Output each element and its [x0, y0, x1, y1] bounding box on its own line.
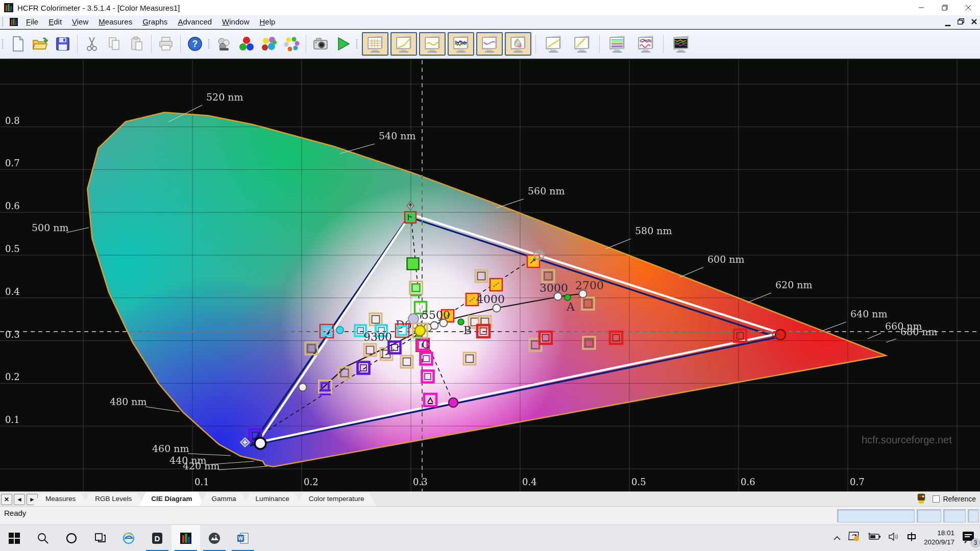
graph-button-measures-grid[interactable]	[362, 32, 388, 56]
tab-gamma[interactable]: Gamma	[200, 493, 249, 506]
graph-button-cie-diagram[interactable]	[505, 32, 531, 56]
taskbar-word-button[interactable]: W	[229, 525, 257, 551]
illuminant-label-3000: 3000	[540, 282, 568, 294]
new-document-button[interactable]	[7, 33, 29, 55]
illuminant-label-2700: 2700	[575, 279, 604, 292]
tray-chevron-icon[interactable]	[833, 534, 841, 542]
gray-sensors-button[interactable]	[213, 33, 235, 55]
tab-luminance[interactable]: Luminance	[243, 493, 302, 506]
graph-button-delta-waves[interactable]	[632, 32, 659, 56]
wavelength-label: 620 nm	[775, 279, 813, 290]
action-center-icon[interactable]: 3	[962, 530, 977, 545]
wavelength-label: 560 nm	[528, 185, 565, 196]
rgb-balls-button[interactable]	[235, 33, 258, 55]
graph-button-luma-line[interactable]	[540, 32, 567, 56]
help-button[interactable]: ?	[184, 33, 206, 55]
graph-tab-bar: ✕◄►MeasuresRGB LevelsCIE DiagramGammaLum…	[0, 491, 980, 506]
volume-icon[interactable]	[888, 532, 899, 543]
watermark: hcfr.sourceforge.net	[862, 434, 952, 445]
menu-grip	[2, 17, 5, 27]
desktop: HCFR Colorimeter - 3.5.1.4 - [Color Meas…	[0, 0, 980, 551]
tab-measures[interactable]: Measures	[33, 493, 88, 506]
reference-checkbox[interactable]	[933, 495, 940, 503]
wavelength-label: 420 nm	[183, 460, 220, 471]
menu-advanced[interactable]: Advanced	[173, 16, 217, 28]
graph-button-gamma-curve[interactable]	[390, 32, 417, 56]
color-balls-button[interactable]	[258, 33, 280, 55]
camera-button[interactable]	[309, 33, 332, 55]
graph-button-color-temp-curve[interactable]	[476, 32, 503, 56]
graph-button-multi-lines[interactable]	[604, 32, 630, 56]
x-axis-tick: 0.4	[522, 477, 537, 487]
x-axis-tick: 0.2	[304, 477, 318, 487]
menu-edit[interactable]: Edit	[43, 16, 67, 28]
status-panel	[968, 509, 979, 522]
sync-center-icon[interactable]	[848, 531, 861, 544]
system-tray: 18:01 2020/9/17 3	[833, 524, 977, 551]
menu-window[interactable]: Window	[217, 16, 254, 28]
y-axis-tick: 0.6	[5, 201, 20, 211]
graph-button-luminance-curve[interactable]	[419, 32, 446, 56]
x-axis-tick: 0.6	[741, 477, 755, 487]
reference-toggle[interactable]: Reference	[933, 495, 976, 503]
minimize-button[interactable]	[910, 0, 933, 15]
open-folder-button[interactable]	[29, 33, 52, 55]
x-axis-tick: 0.1	[194, 477, 209, 487]
mdi-restore-button[interactable]	[958, 18, 964, 26]
tab-close-button[interactable]: ✕	[1, 494, 12, 505]
print-button[interactable]	[155, 33, 177, 55]
menu-measures[interactable]: Measures	[93, 16, 137, 28]
mdi-minimize-button[interactable]: ▁	[945, 18, 950, 26]
tab-cie-diagram[interactable]: CIE Diagram	[139, 492, 204, 506]
y-axis-tick: 0.8	[5, 115, 20, 126]
app-icon	[4, 3, 13, 12]
wavelength-label: 520 nm	[206, 91, 243, 103]
tab-color-temperature[interactable]: Color temperature	[297, 493, 377, 506]
restore-button[interactable]	[933, 0, 957, 15]
graph-button-rgb-levels[interactable]	[448, 32, 474, 56]
tab-prev-button[interactable]: ◄	[14, 494, 25, 505]
taskbar-d-app-button[interactable]: D	[143, 525, 172, 551]
x-axis-tick: 0.5	[631, 477, 646, 487]
y-axis-tick: 0.7	[5, 158, 20, 168]
clock-time: 18:01	[924, 529, 954, 538]
taskbar-task-view-button[interactable]	[86, 525, 114, 551]
run-button[interactable]	[332, 33, 354, 55]
tab-rgb-levels[interactable]: RGB Levels	[83, 493, 144, 506]
close-button[interactable]	[957, 0, 980, 15]
taskbar-start-button[interactable]	[0, 525, 29, 551]
menu-help[interactable]: Help	[254, 16, 280, 28]
menu-graphs[interactable]: Graphs	[137, 16, 173, 28]
illuminant-label-4000: 4000	[476, 293, 505, 306]
cie-chart-canvas[interactable]: D6593005500400030002700ABC520 nm540 nm56…	[0, 59, 980, 492]
menu-file[interactable]: File	[21, 16, 43, 28]
y-axis-tick: 0.5	[5, 243, 20, 254]
battery-icon[interactable]	[868, 533, 881, 543]
taskbar-hcfr-button[interactable]	[172, 525, 200, 551]
graph-button-dark-spectrum[interactable]	[668, 32, 694, 56]
save-button[interactable]	[52, 33, 74, 55]
status-panel	[943, 509, 966, 522]
menu-view[interactable]: View	[67, 16, 93, 28]
graph-button-luma-steps[interactable]	[569, 32, 595, 56]
cut-button[interactable]	[81, 33, 103, 55]
ime-indicator[interactable]	[906, 532, 917, 544]
reference-label: Reference	[943, 495, 976, 503]
mdi-close-button[interactable]	[971, 18, 977, 26]
cie-diagram-view[interactable]: D6593005500400030002700ABC520 nm540 nm56…	[0, 59, 980, 491]
wavelength-label: 540 nm	[379, 130, 416, 141]
illuminant-label-9300: 9300	[363, 331, 392, 343]
taskbar-gallery-button[interactable]	[200, 525, 229, 551]
taskbar-internet-explorer-button[interactable]	[114, 525, 143, 551]
svg-text:D: D	[155, 534, 160, 543]
clock-date: 2020/9/17	[924, 538, 954, 547]
copy-button[interactable]	[103, 33, 126, 55]
taskbar-search-button[interactable]	[29, 525, 57, 551]
color-ring-button[interactable]	[280, 33, 303, 55]
paste-button[interactable]	[126, 33, 148, 55]
taskbar-cortana-button[interactable]	[57, 525, 86, 551]
y-axis-tick: 0.1	[5, 414, 20, 425]
svg-text:W: W	[238, 536, 243, 541]
taskbar-clock[interactable]: 18:01 2020/9/17	[924, 529, 954, 547]
toolbar-separator	[599, 35, 600, 53]
